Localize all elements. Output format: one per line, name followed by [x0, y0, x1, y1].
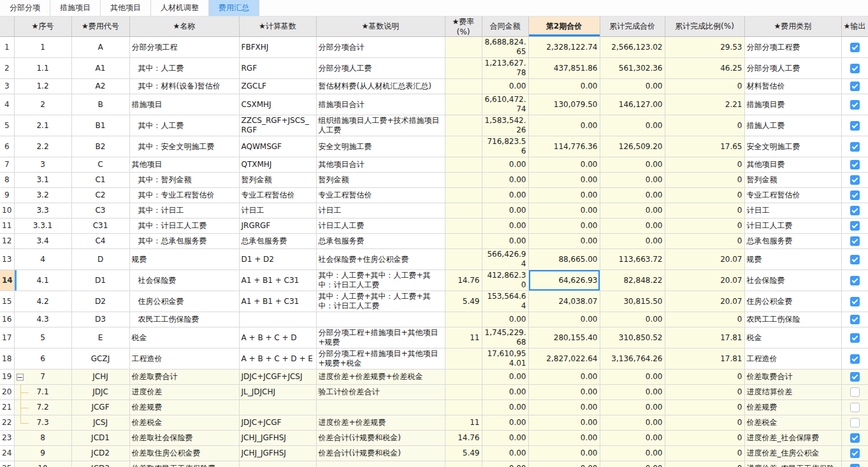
cell-serial[interactable]: −4.1 — [14, 270, 71, 291]
cell-cumulative-amount[interactable]: 0.00 — [600, 431, 665, 446]
cell-serial[interactable]: −6 — [14, 348, 71, 370]
cell-rate[interactable] — [445, 461, 482, 467]
cell-serial[interactable]: −3.3.1 — [14, 219, 71, 234]
cell-fee-code[interactable]: D3 — [71, 312, 129, 327]
cell-serial[interactable]: −4.3 — [14, 312, 71, 327]
row-number[interactable]: 15 — [0, 291, 14, 312]
output-checkbox[interactable] — [850, 221, 860, 231]
cell-contract-amount[interactable]: 0.00 — [482, 79, 528, 94]
cell-cumulative-amount[interactable]: 2,566,123.02 — [600, 37, 665, 58]
row-number[interactable]: 25 — [0, 461, 14, 467]
cell-serial[interactable]: −7.2 — [14, 400, 71, 415]
cell-base-desc[interactable]: 验工计价价差合计 — [316, 385, 445, 400]
row-number[interactable]: 11 — [0, 219, 14, 234]
cell-cumulative-pct[interactable]: 0 — [665, 312, 744, 327]
cell-cumulative-amount[interactable]: 0.00 — [600, 79, 665, 94]
cell-fee-code[interactable]: JCHJ — [71, 370, 129, 385]
cell-fee-category[interactable]: 其他项目费 — [744, 157, 841, 173]
cell-serial[interactable]: −4.2 — [14, 291, 71, 312]
cell-period2-amount[interactable]: 0.00 — [528, 370, 600, 385]
cell-cumulative-pct[interactable]: 0 — [665, 415, 744, 431]
cell-base-desc[interactable]: 分部分项人工费 — [316, 58, 445, 79]
cell-fee-code[interactable]: GCZJ — [71, 348, 129, 370]
cell-period2-amount[interactable]: 64,626.93 — [528, 270, 600, 291]
cell-cumulative-amount[interactable]: 0.00 — [600, 219, 665, 234]
cell-calc-base[interactable]: A1 + B1 + C31 — [239, 270, 316, 291]
output-checkbox[interactable] — [850, 372, 860, 382]
cell-cumulative-amount[interactable]: 0.00 — [600, 173, 665, 188]
output-checkbox[interactable] — [850, 64, 860, 73]
row-number[interactable]: 16 — [0, 312, 14, 327]
output-checkbox[interactable] — [850, 354, 860, 364]
cell-name[interactable]: 分部分项工程 — [129, 37, 239, 58]
cell-rate[interactable]: 5.49 — [445, 291, 482, 312]
cell-fee-category[interactable]: 工程造价 — [744, 348, 841, 370]
cell-contract-amount[interactable]: 0.00 — [482, 415, 528, 431]
cell-period2-amount[interactable]: 0.00 — [528, 188, 600, 203]
cell-serial[interactable]: −4 — [14, 249, 71, 270]
cell-serial[interactable]: −3 — [14, 157, 71, 173]
cell-fee-code[interactable]: JCGF — [71, 400, 129, 415]
row-number[interactable]: 1 — [0, 37, 14, 58]
cell-base-desc[interactable]: 暂估材料费(从人材机汇总表汇总) — [316, 79, 445, 94]
cell-cumulative-pct[interactable]: 0 — [665, 446, 744, 461]
cell-name[interactable]: 其中：人工费 — [129, 58, 239, 79]
cell-base-desc[interactable]: 计日工 — [316, 203, 445, 219]
cell-contract-amount[interactable]: 0.00 — [482, 219, 528, 234]
cell-base-desc[interactable]: 进度价差+价差规费+价差税金 — [316, 370, 445, 385]
cell-cumulative-pct[interactable]: 20.07 — [665, 249, 744, 270]
cell-fee-category[interactable]: 分部分项人工费 — [744, 58, 841, 79]
row-number[interactable]: 23 — [0, 431, 14, 446]
cell-cumulative-amount[interactable]: 82,848.22 — [600, 270, 665, 291]
cell-name[interactable]: 其他项目 — [129, 157, 239, 173]
cell-rate[interactable] — [445, 249, 482, 270]
cell-name[interactable]: 社会保险费 — [129, 270, 239, 291]
cell-contract-amount[interactable]: 1,213,627.78 — [482, 58, 528, 79]
cell-calc-base[interactable]: QTXMHJ — [239, 157, 316, 173]
cell-fee-code[interactable]: C31 — [71, 219, 129, 234]
cell-name[interactable]: 价差税金 — [129, 415, 239, 431]
output-checkbox[interactable] — [850, 418, 860, 427]
cell-rate[interactable]: 11 — [445, 327, 482, 348]
cell-cumulative-amount[interactable]: 3,136,764.26 — [600, 348, 665, 370]
cell-base-desc[interactable]: 其他项目合计 — [316, 157, 445, 173]
cell-cumulative-pct[interactable]: 20.07 — [665, 291, 744, 312]
cell-fee-category[interactable]: 价差税金 — [744, 415, 841, 431]
output-checkbox[interactable] — [850, 100, 860, 110]
cell-fee-code[interactable]: E — [71, 327, 129, 348]
cell-contract-amount[interactable]: 0.00 — [482, 203, 528, 219]
output-checkbox[interactable] — [850, 315, 860, 324]
tab-fenbufenxiang[interactable]: 分部分项 — [0, 0, 50, 16]
cell-name[interactable]: 价差取农民工工伤保险费 — [129, 461, 239, 467]
cell-fee-code[interactable]: JDJC — [71, 385, 129, 400]
cell-period2-amount[interactable]: 280,155.40 — [528, 327, 600, 348]
cell-cumulative-pct[interactable]: 0 — [665, 115, 744, 136]
cell-fee-code[interactable]: D1 — [71, 270, 129, 291]
cell-fee-category[interactable]: 住房公积金费 — [744, 291, 841, 312]
cell-cumulative-amount[interactable]: 0.00 — [600, 370, 665, 385]
output-checkbox[interactable] — [850, 276, 860, 285]
row-number[interactable]: 20 — [0, 385, 14, 400]
cell-fee-code[interactable]: B — [71, 94, 129, 115]
cell-calc-base[interactable]: D1 + D2 — [239, 249, 316, 270]
cell-period2-amount[interactable]: 0.00 — [528, 461, 600, 467]
cell-name[interactable]: 价差规费 — [129, 400, 239, 415]
cell-rate[interactable] — [445, 348, 482, 370]
cell-rate[interactable]: 11 — [445, 415, 482, 431]
cell-name[interactable]: 价差取住房公积金费 — [129, 446, 239, 461]
cell-period2-amount[interactable]: 0.00 — [528, 385, 600, 400]
cell-contract-amount[interactable]: 0.00 — [482, 385, 528, 400]
output-checkbox[interactable] — [850, 387, 860, 397]
cell-contract-amount[interactable]: 6,610,472.74 — [482, 94, 528, 115]
cell-fee-category[interactable]: 规费 — [744, 249, 841, 270]
cell-name[interactable]: 其中：总承包服务费 — [129, 234, 239, 249]
output-checkbox[interactable] — [850, 43, 860, 52]
cell-cumulative-pct[interactable]: 17.81 — [665, 327, 744, 348]
cell-fee-category[interactable]: 措施人工费 — [744, 115, 841, 136]
cell-fee-category[interactable]: 农民工工伤保险 — [744, 312, 841, 327]
cell-base-desc[interactable]: 暂列金额 — [316, 173, 445, 188]
cell-base-desc[interactable]: 价差合计(计规费和税金) — [316, 446, 445, 461]
cell-fee-code[interactable]: JCD1 — [71, 431, 129, 446]
cell-fee-category[interactable]: 进度价差_农民工工伤保险 — [744, 461, 841, 467]
collapse-minus-icon[interactable]: − — [17, 373, 24, 380]
